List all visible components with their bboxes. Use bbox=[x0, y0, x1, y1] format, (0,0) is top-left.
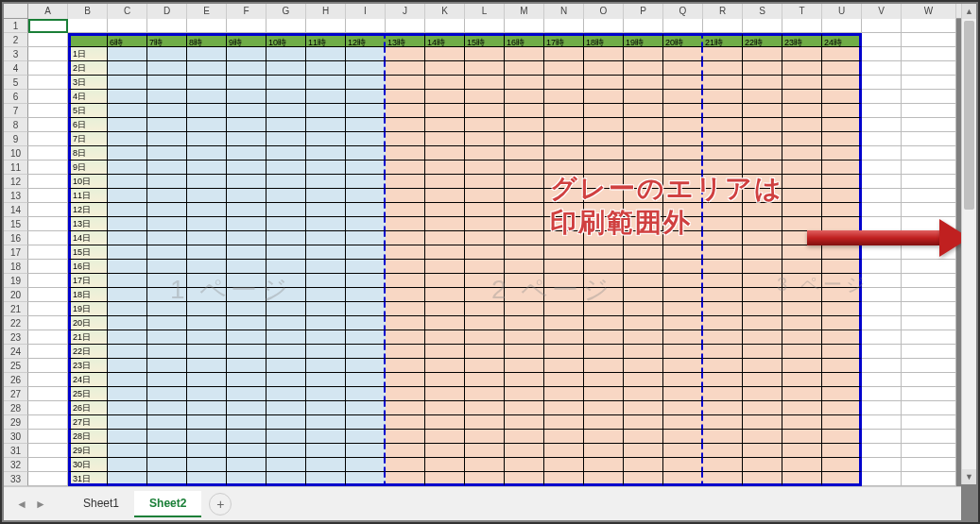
cell-I26[interactable] bbox=[346, 373, 386, 387]
cell-V14[interactable] bbox=[862, 203, 902, 217]
cell-J28[interactable] bbox=[386, 401, 425, 415]
cell-O28[interactable] bbox=[584, 401, 624, 415]
cell-E23[interactable] bbox=[187, 330, 227, 345]
cell-N18[interactable] bbox=[544, 260, 584, 274]
cell-F1[interactable] bbox=[227, 19, 266, 33]
cell-L18[interactable] bbox=[465, 260, 505, 274]
cell-M22[interactable] bbox=[505, 316, 544, 330]
cell-G2[interactable]: 10時 bbox=[266, 33, 306, 47]
cell-F25[interactable] bbox=[227, 359, 266, 373]
cell-E16[interactable] bbox=[187, 231, 227, 245]
cell-T12[interactable] bbox=[782, 175, 822, 189]
cell-D19[interactable] bbox=[147, 274, 187, 288]
cell-V18[interactable] bbox=[862, 260, 902, 274]
cell-S27[interactable] bbox=[743, 387, 782, 401]
cell-R15[interactable] bbox=[703, 217, 743, 231]
cell-B23[interactable]: 21日 bbox=[68, 330, 108, 345]
cell-N15[interactable] bbox=[544, 217, 584, 231]
cell-F28[interactable] bbox=[227, 401, 266, 415]
cell-K9[interactable] bbox=[425, 132, 465, 146]
cell-C33[interactable] bbox=[108, 472, 147, 486]
cell-B25[interactable]: 23日 bbox=[68, 359, 108, 373]
cell-B32[interactable]: 30日 bbox=[68, 458, 108, 472]
row-header-25[interactable]: 25 bbox=[4, 359, 28, 373]
cell-U2[interactable]: 24時 bbox=[822, 33, 862, 47]
cell-L16[interactable] bbox=[465, 231, 505, 245]
row-header-31[interactable]: 31 bbox=[4, 444, 28, 458]
cell-G21[interactable] bbox=[266, 302, 306, 316]
cell-J24[interactable] bbox=[386, 345, 425, 359]
cell-T28[interactable] bbox=[782, 401, 822, 415]
cell-C16[interactable] bbox=[108, 231, 147, 245]
cell-I6[interactable] bbox=[346, 90, 386, 104]
cell-F2[interactable]: 9時 bbox=[227, 33, 266, 47]
cell-G26[interactable] bbox=[266, 373, 306, 387]
cell-L4[interactable] bbox=[465, 61, 505, 76]
cell-J8[interactable] bbox=[386, 118, 425, 132]
cell-S20[interactable] bbox=[743, 288, 782, 302]
cell-N22[interactable] bbox=[544, 316, 584, 330]
cell-U11[interactable] bbox=[822, 161, 862, 175]
cell-D5[interactable] bbox=[147, 76, 187, 90]
cell-F27[interactable] bbox=[227, 387, 266, 401]
cell-P6[interactable] bbox=[624, 90, 663, 104]
cell-R13[interactable] bbox=[703, 189, 743, 203]
cell-C27[interactable] bbox=[108, 387, 147, 401]
cell-I31[interactable] bbox=[346, 444, 386, 458]
col-header-Q[interactable]: Q bbox=[663, 4, 703, 19]
cell-G6[interactable] bbox=[266, 90, 306, 104]
cell-D8[interactable] bbox=[147, 118, 187, 132]
cell-C30[interactable] bbox=[108, 430, 147, 444]
cell-C5[interactable] bbox=[108, 76, 147, 90]
cell-W18[interactable] bbox=[902, 260, 956, 274]
cell-U16[interactable] bbox=[822, 231, 862, 245]
cell-C20[interactable] bbox=[108, 288, 147, 302]
cell-O12[interactable] bbox=[584, 175, 624, 189]
cell-R6[interactable] bbox=[703, 90, 743, 104]
cell-S19[interactable] bbox=[743, 274, 782, 288]
cell-J18[interactable] bbox=[386, 260, 425, 274]
cell-F24[interactable] bbox=[227, 345, 266, 359]
cell-Q30[interactable] bbox=[663, 430, 703, 444]
cell-V7[interactable] bbox=[862, 104, 902, 118]
cell-T3[interactable] bbox=[782, 47, 822, 61]
cell-O15[interactable] bbox=[584, 217, 624, 231]
cell-W8[interactable] bbox=[902, 118, 956, 132]
cell-P22[interactable] bbox=[624, 316, 663, 330]
cell-S17[interactable] bbox=[743, 245, 782, 260]
cell-K16[interactable] bbox=[425, 231, 465, 245]
cell-P27[interactable] bbox=[624, 387, 663, 401]
cell-J23[interactable] bbox=[386, 330, 425, 345]
row-header-24[interactable]: 24 bbox=[4, 345, 28, 359]
col-header-R[interactable]: R bbox=[703, 4, 743, 19]
row-header-6[interactable]: 6 bbox=[4, 90, 28, 104]
cell-A18[interactable] bbox=[28, 260, 68, 274]
cell-U7[interactable] bbox=[822, 104, 862, 118]
cell-S25[interactable] bbox=[743, 359, 782, 373]
cell-B4[interactable]: 2日 bbox=[68, 61, 108, 76]
cell-U10[interactable] bbox=[822, 146, 862, 161]
cell-Q28[interactable] bbox=[663, 401, 703, 415]
cell-A25[interactable] bbox=[28, 359, 68, 373]
cell-L30[interactable] bbox=[465, 430, 505, 444]
cell-R18[interactable] bbox=[703, 260, 743, 274]
cell-T7[interactable] bbox=[782, 104, 822, 118]
cell-T18[interactable] bbox=[782, 260, 822, 274]
row-header-13[interactable]: 13 bbox=[4, 189, 28, 203]
col-header-I[interactable]: I bbox=[346, 4, 386, 19]
cell-F6[interactable] bbox=[227, 90, 266, 104]
cell-N1[interactable] bbox=[544, 19, 584, 33]
cell-I29[interactable] bbox=[346, 415, 386, 430]
cell-J2[interactable]: 13時 bbox=[386, 33, 425, 47]
cell-K33[interactable] bbox=[425, 472, 465, 486]
cell-R24[interactable] bbox=[703, 345, 743, 359]
cell-L21[interactable] bbox=[465, 302, 505, 316]
cell-D18[interactable] bbox=[147, 260, 187, 274]
col-header-S[interactable]: S bbox=[743, 4, 782, 19]
col-header-O[interactable]: O bbox=[584, 4, 624, 19]
cell-N8[interactable] bbox=[544, 118, 584, 132]
cell-W24[interactable] bbox=[902, 345, 956, 359]
cell-I20[interactable] bbox=[346, 288, 386, 302]
col-header-K[interactable]: K bbox=[425, 4, 465, 19]
cell-T6[interactable] bbox=[782, 90, 822, 104]
